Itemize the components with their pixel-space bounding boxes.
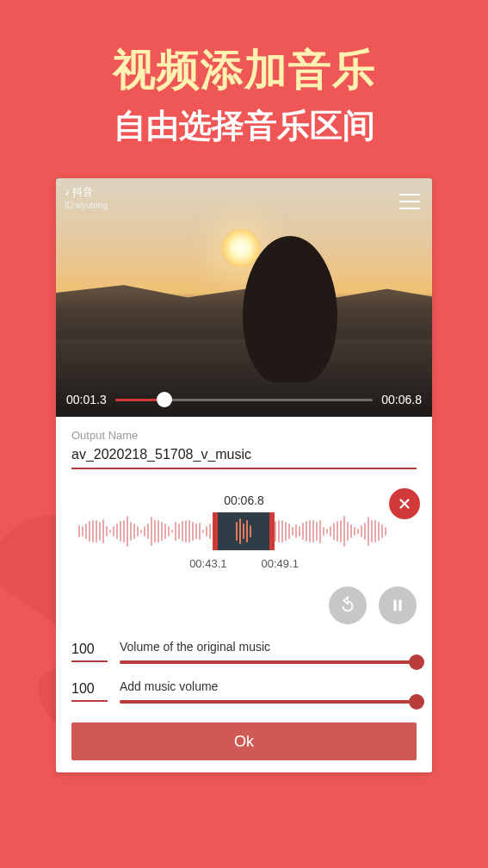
clip-start-time: 00:43.1 [189, 557, 226, 570]
original-volume-label: Volume of the original music [120, 640, 417, 654]
clip-total-duration: 00:06.8 [71, 493, 417, 507]
video-seek-slider[interactable] [115, 399, 374, 401]
pause-button[interactable] [379, 586, 417, 624]
rewind-icon [338, 596, 357, 615]
original-volume-input[interactable] [71, 640, 108, 662]
pause-icon [388, 596, 407, 615]
rewind-button[interactable] [329, 586, 367, 624]
svg-rect-0 [393, 600, 396, 611]
clip-selection-handle[interactable] [218, 512, 269, 550]
video-duration: 00:06.8 [381, 393, 422, 406]
page-headline: 视频添加音乐 [0, 0, 488, 99]
added-volume-slider[interactable] [120, 700, 417, 704]
clip-end-time: 00:49.1 [262, 557, 299, 570]
added-volume-label: Add music volume [120, 679, 417, 693]
video-source-id: ID:wyutong [65, 201, 108, 210]
video-preview[interactable]: ♪ 抖音 ID:wyutong 00:01.3 00:06.8 [56, 178, 432, 417]
output-name-label: Output Name [71, 429, 417, 442]
hamburger-icon[interactable] [399, 194, 420, 209]
ok-button[interactable]: Ok [71, 722, 417, 760]
close-icon [397, 496, 412, 512]
output-name-input[interactable] [71, 443, 417, 469]
svg-rect-1 [398, 600, 401, 611]
original-volume-slider[interactable] [120, 660, 417, 664]
video-current-time: 00:01.3 [66, 393, 107, 406]
editor-panel: ♪ 抖音 ID:wyutong 00:01.3 00:06.8 Output N… [56, 178, 432, 772]
added-volume-input[interactable] [71, 679, 108, 702]
audio-waveform[interactable]: // placeholder; bars generated below aft… [71, 512, 417, 550]
page-subhead: 自由选择音乐区间 [0, 104, 488, 148]
video-source-tag: ♪ 抖音 [65, 185, 93, 200]
